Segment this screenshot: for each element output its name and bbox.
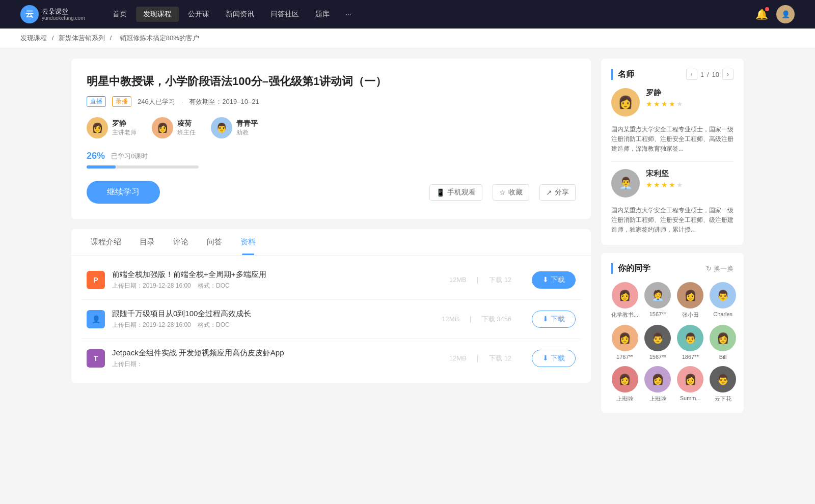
nav-item-qa[interactable]: 问答社区: [263, 7, 306, 22]
sidebar-teacher-0: 👩 罗静 ★ ★ ★ ★ ★: [611, 88, 734, 117]
classmate-name-0: 化学教书...: [611, 311, 638, 319]
teacher-name-1: 凌荷: [177, 119, 196, 128]
nav-item-news[interactable]: 新闻资讯: [219, 7, 261, 22]
classmate-8[interactable]: 👩 上班啦: [611, 366, 638, 403]
page-current: 1: [700, 71, 704, 78]
resource-item: T Jetpack全组件实战 开发短视频应用高仿皮皮虾App 上传日期： 12M…: [82, 339, 581, 378]
teachers-list: 👩 罗静 主讲老师 👩 凌荷 班主任 👨 青青平: [87, 117, 576, 138]
logo-sub: yunduoketang.com: [42, 15, 85, 21]
classmate-0[interactable]: 👩 化学教书...: [611, 282, 638, 319]
classmate-avatar-1: 🧑‍💼: [644, 282, 671, 309]
resource-meta-1: 上传日期：2019-12-28 16:00 格式：DOC: [112, 321, 421, 329]
classmate-6[interactable]: 👨 1867**: [677, 325, 703, 360]
tab-catalog[interactable]: 目录: [130, 229, 164, 255]
classmate-name-7: Bill: [719, 354, 727, 360]
tab-qa[interactable]: 问答: [198, 229, 231, 255]
classmate-name-10: Summ...: [680, 395, 701, 401]
logo[interactable]: 云 云朵课堂 yunduoketang.com: [20, 5, 85, 23]
nav-item-quiz[interactable]: 题库: [308, 7, 337, 22]
nav-right: 🔔 👤: [755, 5, 795, 23]
resource-icon-2: T: [87, 349, 105, 368]
resource-title-1: 跟随千万级项目从0到100全过程高效成长: [112, 309, 421, 319]
breadcrumb-discover[interactable]: 发现课程: [20, 34, 47, 42]
teacher-1: 👩 凌荷 班主任: [152, 117, 196, 138]
classmates-header: 你的同学 ↻ 换一换: [611, 263, 734, 274]
resource-item: P 前端全栈加强版！前端全栈+全周期+多端应用 上传日期：2019-12-28 …: [82, 261, 581, 300]
pagination-prev[interactable]: ‹: [686, 69, 697, 80]
tab-intro[interactable]: 课程介绍: [82, 229, 130, 255]
badge-live: 直播: [87, 96, 106, 107]
teachers-sidebar-card: 名师 ‹ 1/10 › 👩 罗静 ★ ★ ★ ★ ★: [601, 59, 744, 245]
classmates-grid: 👩 化学教书... 🧑‍💼 1567** 👩 张小田 👨 Charles 👩: [611, 282, 734, 403]
progress-label: 已学习0课时: [111, 152, 148, 161]
nav-item-discover[interactable]: 发现课程: [136, 7, 179, 22]
progress-bar-fill: [87, 165, 116, 169]
star-icon: ☆: [499, 188, 506, 197]
classmate-name-2: 张小田: [682, 311, 699, 319]
classmate-7[interactable]: 👩 Bill: [710, 325, 736, 360]
refresh-classmates-button[interactable]: ↻ 换一换: [706, 264, 734, 273]
download-button-1[interactable]: ⬇ 下载: [532, 311, 576, 328]
mobile-watch-button[interactable]: 📱 手机观看: [429, 184, 482, 201]
classmate-5[interactable]: 👨 1567**: [644, 325, 671, 360]
classmates-title: 你的同学: [611, 263, 650, 274]
teacher-role-1: 班主任: [177, 128, 196, 137]
nav-item-open[interactable]: 公开课: [181, 7, 216, 22]
classmate-avatar-10: 👩: [677, 366, 703, 393]
classmate-9[interactable]: 👩 上班啦: [644, 366, 671, 403]
download-button-0[interactable]: ⬇ 下载: [532, 271, 576, 289]
classmate-avatar-0: 👩: [612, 282, 638, 309]
course-meta: 直播 录播 246人已学习 · 有效期至：2019–10–21: [87, 96, 576, 107]
tab-review[interactable]: 评论: [164, 229, 198, 255]
resource-info-1: 跟随千万级项目从0到100全过程高效成长 上传日期：2019-12-28 16:…: [112, 309, 421, 329]
sidebar-teacher-name-0: 罗静: [646, 88, 734, 98]
resource-title-2: Jetpack全组件实战 开发短视频应用高仿皮皮虾App: [112, 348, 429, 358]
notification-bell[interactable]: 🔔: [755, 8, 768, 20]
classmate-avatar-11: 👨: [710, 366, 736, 393]
resource-title-0: 前端全栈加强版！前端全栈+全周期+多端应用: [112, 270, 429, 279]
refresh-icon: ↻: [706, 265, 712, 272]
tabs-nav: 课程介绍 目录 评论 问答 资料: [71, 229, 591, 256]
sidebar-teacher-name-1: 宋利坚: [646, 169, 734, 179]
pagination-next[interactable]: ›: [722, 69, 734, 80]
page-total: 10: [712, 71, 719, 78]
user-avatar-nav[interactable]: 👤: [776, 5, 795, 23]
resource-info-2: Jetpack全组件实战 开发短视频应用高仿皮皮虾App 上传日期：: [112, 348, 429, 369]
main-container: 明星中教授课，小学阶段语法100分–强化级第1讲动词（一） 直播 录播 246人…: [51, 48, 764, 431]
share-button[interactable]: ↗ 分享: [539, 184, 576, 201]
left-content: 明星中教授课，小学阶段语法100分–强化级第1讲动词（一） 直播 录播 246人…: [71, 59, 591, 421]
classmate-2[interactable]: 👩 张小田: [677, 282, 703, 319]
teacher-name-0: 罗静: [112, 119, 137, 128]
classmate-3[interactable]: 👨 Charles: [710, 282, 736, 319]
resource-stats-1: 12MB ｜ 下载 3456: [439, 315, 514, 324]
teachers-sidebar-title: 名师: [611, 69, 634, 80]
resource-meta-2: 上传日期：: [112, 360, 429, 369]
teacher-avatar-2: 👨: [211, 117, 232, 138]
sidebar-teacher-desc-0: 国内某重点大学安全工程专业硕士，国家一级注册消防工程师、注册安全工程师、高级注册…: [611, 125, 734, 154]
nav-item-more[interactable]: ···: [339, 7, 359, 21]
right-sidebar: 名师 ‹ 1/10 › 👩 罗静 ★ ★ ★ ★ ★: [601, 59, 744, 421]
download-button-2[interactable]: ⬇ 下载: [532, 350, 576, 367]
teacher-avatar-0: 👩: [87, 117, 108, 138]
breadcrumb-series[interactable]: 新媒体营销系列: [59, 34, 105, 42]
classmate-name-8: 上班啦: [616, 395, 633, 403]
collect-button[interactable]: ☆ 收藏: [493, 184, 529, 201]
breadcrumb-current: 销冠修炼术搞定80%的客户: [120, 34, 199, 42]
classmate-11[interactable]: 👨 云下花: [710, 366, 736, 403]
logo-icon: 云: [20, 5, 39, 23]
course-title: 明星中教授课，小学阶段语法100分–强化级第1讲动词（一）: [87, 74, 576, 89]
classmate-avatar-4: 👩: [612, 325, 638, 351]
classmate-avatar-5: 👨: [644, 325, 671, 351]
action-links: 📱 手机观看 ☆ 收藏 ↗ 分享: [429, 184, 576, 201]
tab-resource[interactable]: 资料: [231, 229, 265, 255]
classmate-1[interactable]: 🧑‍💼 1567**: [644, 282, 671, 319]
classmate-10[interactable]: 👩 Summ...: [677, 366, 703, 403]
teacher-role-0: 主讲老师: [112, 128, 137, 137]
nav-item-home[interactable]: 首页: [105, 7, 134, 22]
teacher-0: 👩 罗静 主讲老师: [87, 117, 137, 138]
sidebar-teacher-desc-1: 国内某重点大学安全工程专业硕士，国家一级注册消防工程师、注册安全工程师、级注册建…: [611, 206, 734, 235]
teacher-name-2: 青青平: [236, 119, 258, 128]
continue-button[interactable]: 继续学习: [87, 181, 160, 204]
classmate-4[interactable]: 👩 1767**: [611, 325, 638, 360]
teacher-2: 👨 青青平 助教: [211, 117, 258, 138]
